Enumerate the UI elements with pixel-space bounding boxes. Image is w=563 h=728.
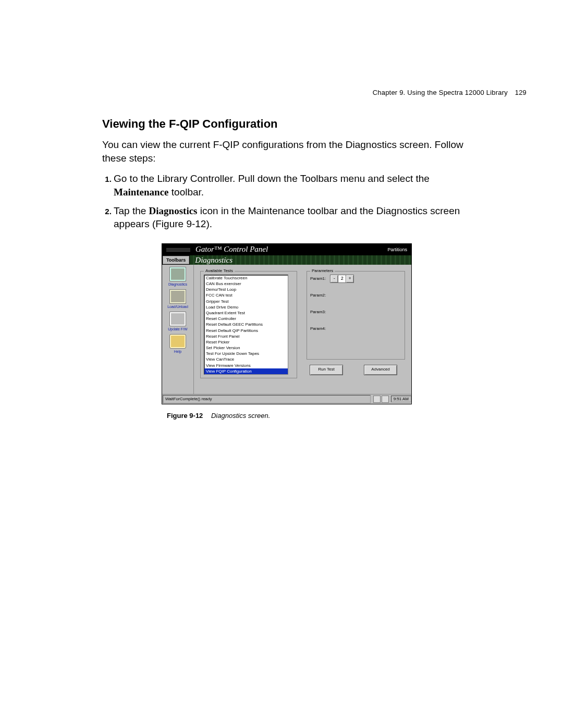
test-option[interactable]: View CanTrace	[204, 356, 288, 362]
param2-row: Param2:	[310, 291, 401, 300]
titlebar-decoration	[166, 248, 190, 252]
advanced-button[interactable]: Advanced	[364, 365, 397, 375]
diagnostics-screenshot: Gator™ Control Panel Partitions Toolbars…	[162, 243, 412, 404]
spinner-value: 2	[338, 275, 346, 283]
tray-icon[interactable]	[382, 396, 389, 403]
sidebar-item-diagnostics[interactable]: Diagnostics	[163, 267, 192, 286]
test-option[interactable]: View FQIP Configuration	[204, 368, 288, 374]
test-option[interactable]: Demo/Test Loop	[204, 287, 288, 292]
step-2-kw: Diagnostics	[149, 205, 198, 216]
param4-row: Param4:	[310, 325, 401, 333]
window-titlebar: Gator™ Control Panel Partitions	[162, 244, 411, 255]
menubar: Toolbars Diagnostics	[162, 255, 411, 265]
status-message: WaitForComplete() ready	[163, 395, 371, 403]
param2-label: Param2:	[310, 293, 326, 298]
param1-label: Param1:	[310, 276, 326, 281]
step-2: Tap the Diagnostics icon in the Maintena…	[114, 204, 480, 231]
test-option[interactable]: FCC CAN test	[204, 292, 288, 298]
diagnostics-content: Available Tests Calibrate TouchscreenCAN…	[194, 265, 411, 394]
maintenance-sidebar: Diagnostics Load/Unload Update F/W Help	[162, 265, 194, 394]
step-list: Go to the Library Controller. Pull down …	[102, 172, 480, 231]
param3-label: Param3:	[310, 310, 326, 314]
param1-row: Param1: - 2 +	[310, 275, 401, 283]
available-tests-list[interactable]: Calibrate TouchscreenCAN Bus exerciserDe…	[204, 275, 288, 375]
available-tests-group: Available Tests Calibrate TouchscreenCAN…	[200, 271, 297, 378]
figure-wrap: Gator™ Control Panel Partitions Toolbars…	[162, 243, 412, 404]
test-option[interactable]: Set Picker Version	[204, 345, 288, 351]
running-header: Chapter 9. Using the Spectra 12000 Libra…	[89, 89, 527, 96]
test-option[interactable]: Load Drive Demo	[204, 304, 288, 310]
section-title: Viewing the F-QIP Configuration	[102, 117, 527, 131]
test-option[interactable]: Test For Upside Down Tapes	[204, 351, 288, 356]
step-1-post: toolbar.	[169, 187, 204, 198]
sidebar-item-help[interactable]: Help	[163, 334, 192, 353]
test-option[interactable]: CAN Bus exerciser	[204, 281, 288, 287]
document-page: Chapter 9. Using the Spectra 12000 Libra…	[0, 0, 563, 728]
param4-label: Param4:	[310, 326, 326, 331]
partitions-button[interactable]: Partitions	[387, 247, 407, 252]
tray-icon[interactable]	[373, 396, 381, 403]
sidebar-item-label: Help	[174, 350, 181, 353]
step-1-kw: Maintenance	[114, 187, 169, 198]
run-test-button[interactable]: Run Test	[310, 365, 343, 375]
sidebar-item-label: Diagnostics	[168, 282, 187, 286]
diagnostics-icon	[169, 267, 186, 281]
parameters-group: Parameters Param1: - 2 +	[307, 271, 405, 360]
available-tests-legend: Available Tests	[204, 268, 235, 273]
step-1-pre: Go to the Library Controller. Pull down …	[114, 173, 430, 184]
sidebar-item-label: Load/Unload	[167, 305, 188, 309]
figure-number: Figure 9-12	[167, 412, 203, 419]
parameters-legend: Parameters	[310, 268, 335, 273]
param1-spinner[interactable]: - 2 +	[330, 275, 354, 283]
screen-label: Diagnostics	[190, 255, 411, 265]
chapter-label: Chapter 9. Using the Spectra 12000 Libra…	[373, 89, 508, 96]
test-option[interactable]: Calibrate Touchscreen	[204, 275, 288, 281]
status-bar: WaitForComplete() ready 9:51 AM	[162, 394, 411, 404]
sidebar-item-label: Update F/W	[168, 327, 187, 331]
spinner-minus[interactable]: -	[330, 275, 338, 283]
page-number: 129	[515, 89, 527, 96]
update-fw-icon	[169, 312, 186, 326]
step-1: Go to the Library Controller. Pull down …	[114, 172, 480, 199]
test-option[interactable]: Reset Default GEEC Partitions	[204, 322, 288, 327]
test-option[interactable]: Reset Default QIP Partitions	[204, 328, 288, 334]
figure-text: Diagnostics screen.	[211, 412, 270, 419]
test-option[interactable]: View Firmware Versions	[204, 363, 288, 368]
clock: 9:51 AM	[391, 396, 411, 402]
test-option[interactable]: Reset Front Panel	[204, 334, 288, 339]
sidebar-item-update-fw[interactable]: Update F/W	[163, 312, 192, 331]
sidebar-item-load-unload[interactable]: Load/Unload	[163, 289, 192, 309]
test-option[interactable]: Reset Picker	[204, 339, 288, 345]
step-2-pre: Tap the	[114, 205, 149, 216]
toolbars-menu[interactable]: Toolbars	[163, 256, 189, 264]
window-title: Gator™ Control Panel	[195, 245, 268, 254]
load-unload-icon	[169, 289, 186, 304]
system-tray	[371, 396, 391, 403]
help-icon	[169, 334, 186, 349]
test-option[interactable]: Gripper Test	[204, 299, 288, 304]
figure-caption: Figure 9-12 Diagnostics screen.	[167, 412, 527, 419]
param3-row: Param3:	[310, 308, 401, 316]
test-option[interactable]: Quadrant Extent Test	[204, 310, 288, 316]
intro-paragraph: You can view the current F-QIP configura…	[102, 138, 480, 165]
test-option[interactable]: Reset Controller	[204, 316, 288, 322]
spinner-plus[interactable]: +	[346, 275, 354, 283]
